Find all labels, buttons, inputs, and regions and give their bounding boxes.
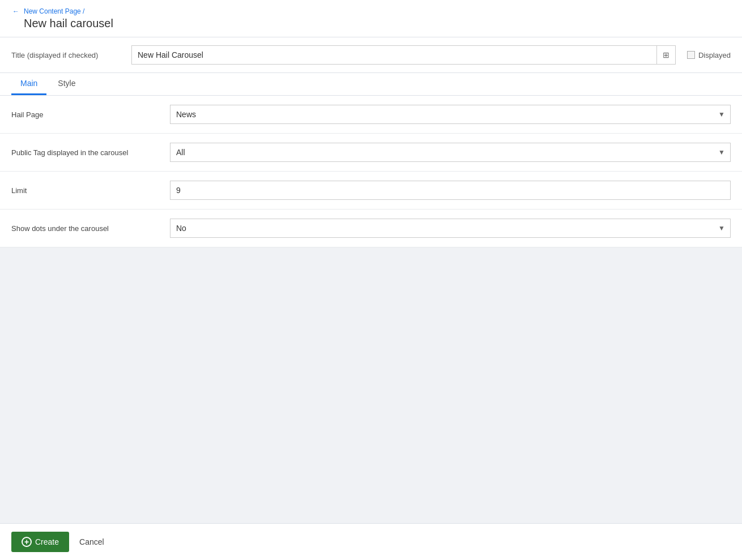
displayed-checkbox[interactable] bbox=[687, 51, 695, 59]
tab-style[interactable]: Style bbox=[49, 73, 84, 95]
public-tag-control: All Featured Recent ▼ bbox=[170, 143, 731, 162]
limit-input[interactable] bbox=[170, 181, 731, 200]
title-field-label: Title (displayed if checked) bbox=[11, 51, 125, 59]
public-tag-label: Public Tag displayed in the carousel bbox=[11, 148, 170, 157]
form-row-public-tag: Public Tag displayed in the carousel All… bbox=[0, 134, 742, 172]
public-tag-select-wrap: All Featured Recent ▼ bbox=[170, 143, 731, 162]
back-arrow-icon: ← bbox=[11, 7, 20, 16]
hail-page-label: Hail Page bbox=[11, 110, 170, 119]
limit-control bbox=[170, 181, 731, 200]
cancel-button[interactable]: Cancel bbox=[77, 532, 106, 552]
show-dots-select[interactable]: No Yes bbox=[170, 219, 731, 238]
form-row-hail-page: Hail Page News Events Blog ▼ bbox=[0, 96, 742, 134]
show-dots-label: Show dots under the carousel bbox=[11, 224, 170, 233]
title-input-icon[interactable]: ⊞ bbox=[656, 46, 675, 64]
main-content: Hail Page News Events Blog ▼ Public Tag … bbox=[0, 96, 742, 523]
page-title: New hail carousel bbox=[24, 17, 731, 30]
tabs-row: Main Style bbox=[0, 73, 742, 96]
create-button[interactable]: + Create bbox=[11, 532, 69, 552]
form-section: Hail Page News Events Blog ▼ Public Tag … bbox=[0, 96, 742, 247]
form-row-limit: Limit bbox=[0, 172, 742, 210]
breadcrumb-parent[interactable]: New Content Page / bbox=[24, 7, 84, 15]
hail-page-select[interactable]: News Events Blog bbox=[170, 105, 731, 124]
title-row: Title (displayed if checked) ⊞ Displayed bbox=[0, 37, 742, 73]
hail-page-select-wrap: News Events Blog ▼ bbox=[170, 105, 731, 124]
displayed-wrap: Displayed bbox=[687, 51, 731, 59]
page-header: ← New Content Page / New hail carousel bbox=[0, 0, 742, 37]
footer: + Create Cancel bbox=[0, 523, 742, 560]
displayed-label[interactable]: Displayed bbox=[698, 51, 731, 59]
limit-label: Limit bbox=[11, 186, 170, 195]
create-button-label: Create bbox=[35, 537, 59, 546]
tab-main[interactable]: Main bbox=[11, 73, 46, 95]
public-tag-select[interactable]: All Featured Recent bbox=[170, 143, 731, 162]
form-row-show-dots: Show dots under the carousel No Yes ▼ bbox=[0, 210, 742, 247]
show-dots-select-wrap: No Yes ▼ bbox=[170, 219, 731, 238]
title-input[interactable] bbox=[132, 46, 656, 64]
create-plus-icon: + bbox=[22, 537, 32, 547]
back-link[interactable]: ← New Content Page / bbox=[11, 7, 731, 16]
title-input-wrap: ⊞ bbox=[131, 45, 676, 65]
show-dots-control: No Yes ▼ bbox=[170, 219, 731, 238]
hail-page-control: News Events Blog ▼ bbox=[170, 105, 731, 124]
